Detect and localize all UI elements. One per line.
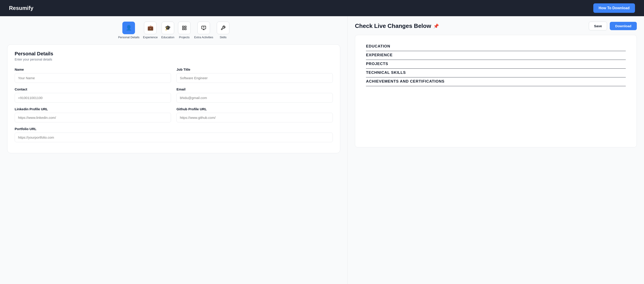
form-row-contact-email: Contact Email bbox=[15, 87, 333, 103]
resume-preview-card: EDUCATION EXPERIENCE PROJECTS TECHNICAL … bbox=[355, 35, 637, 147]
form-card-subtitle: Enter your personal details bbox=[15, 58, 333, 61]
svg-rect-1 bbox=[184, 26, 186, 27]
linkedin-label: Linkedin Profile URL bbox=[15, 107, 171, 111]
tab-projects-label: Projects bbox=[179, 35, 190, 39]
tab-personal-details-label: Personal Details bbox=[118, 35, 140, 39]
contact-input[interactable] bbox=[15, 93, 171, 103]
job-title-input[interactable] bbox=[176, 73, 333, 83]
tab-personal-details-icon: 👤 bbox=[122, 21, 135, 34]
pin-icon: 📌 bbox=[433, 23, 439, 29]
portfolio-label: Portfolio URL bbox=[15, 127, 333, 131]
tab-skills-label: Skills bbox=[220, 35, 226, 39]
main-layout: 👤 Personal Details 💼 Experience 🎓 Educat… bbox=[0, 16, 644, 284]
tab-education[interactable]: 🎓 Education bbox=[161, 21, 174, 39]
resume-section-achievements: ACHIEVEMENTS AND CERTIFICATIONS bbox=[366, 79, 626, 86]
name-input[interactable] bbox=[15, 73, 171, 83]
resume-section-title-technical-skills: TECHNICAL SKILLS bbox=[366, 70, 626, 77]
tab-navigation: 👤 Personal Details 💼 Experience 🎓 Educat… bbox=[7, 21, 340, 39]
header: Resumify How To Download bbox=[0, 0, 644, 16]
tab-skills[interactable]: Skills bbox=[217, 21, 230, 39]
email-input[interactable] bbox=[176, 93, 333, 103]
how-to-download-button[interactable]: How To Download bbox=[593, 3, 635, 13]
resume-section-experience: EXPERIENCE bbox=[366, 53, 626, 60]
resume-section-title-education: EDUCATION bbox=[366, 44, 626, 51]
svg-rect-2 bbox=[182, 28, 184, 30]
form-group-email: Email bbox=[176, 87, 333, 103]
form-group-contact: Contact bbox=[15, 87, 171, 103]
resume-section-title-experience: EXPERIENCE bbox=[366, 53, 626, 60]
name-label: Name bbox=[15, 67, 171, 71]
form-card-title: Personal Details bbox=[15, 51, 333, 57]
form-group-portfolio: Portfolio URL bbox=[15, 127, 333, 142]
personal-details-form-card: Personal Details Enter your personal det… bbox=[7, 44, 340, 153]
github-input[interactable] bbox=[176, 113, 333, 122]
tab-experience[interactable]: 💼 Experience bbox=[143, 21, 158, 39]
resume-section-title-achievements: ACHIEVEMENTS AND CERTIFICATIONS bbox=[366, 79, 626, 86]
form-row-linkedin-github: Linkedin Profile URL Github Profile URL bbox=[15, 107, 333, 122]
tab-extra-activities-icon bbox=[198, 21, 210, 34]
email-label: Email bbox=[176, 87, 333, 91]
tab-projects[interactable]: Projects bbox=[178, 21, 191, 39]
preview-header: Check Live Changes Below 📌 Save Download bbox=[355, 21, 637, 30]
download-button[interactable]: Download bbox=[610, 22, 637, 30]
svg-rect-4 bbox=[202, 26, 206, 29]
form-row-portfolio: Portfolio URL bbox=[15, 127, 333, 142]
tab-extra-activities[interactable]: Extra Activities bbox=[194, 21, 214, 39]
left-panel: 👤 Personal Details 💼 Experience 🎓 Educat… bbox=[0, 16, 348, 284]
tab-experience-label: Experience bbox=[143, 35, 158, 39]
form-group-job-title: Job Title bbox=[176, 67, 333, 83]
preview-title: Check Live Changes Below bbox=[355, 22, 431, 29]
right-panel: Check Live Changes Below 📌 Save Download… bbox=[348, 16, 644, 284]
svg-rect-0 bbox=[182, 26, 184, 27]
resume-section-education: EDUCATION bbox=[366, 44, 626, 51]
tab-education-label: Education bbox=[161, 35, 174, 39]
github-label: Github Profile URL bbox=[176, 107, 333, 111]
resume-section-projects: PROJECTS bbox=[366, 62, 626, 69]
form-group-github: Github Profile URL bbox=[176, 107, 333, 122]
contact-label: Contact bbox=[15, 87, 171, 91]
linkedin-input[interactable] bbox=[15, 113, 171, 122]
tab-skills-icon bbox=[217, 21, 230, 34]
svg-rect-3 bbox=[184, 28, 186, 30]
job-title-label: Job Title bbox=[176, 67, 333, 71]
preview-title-row: Check Live Changes Below 📌 bbox=[355, 22, 439, 29]
portfolio-input[interactable] bbox=[15, 133, 333, 142]
tab-projects-icon bbox=[178, 21, 191, 34]
form-group-name: Name bbox=[15, 67, 171, 83]
app-logo: Resumify bbox=[9, 5, 33, 11]
tab-extra-activities-label: Extra Activities bbox=[194, 35, 214, 39]
tab-personal-details[interactable]: 👤 Personal Details bbox=[118, 21, 140, 39]
form-row-name-jobtitle: Name Job Title bbox=[15, 67, 333, 83]
save-button[interactable]: Save bbox=[589, 21, 607, 30]
tab-education-icon: 🎓 bbox=[162, 21, 174, 34]
resume-section-title-projects: PROJECTS bbox=[366, 62, 626, 69]
tab-experience-icon: 💼 bbox=[144, 21, 156, 34]
resume-section-technical-skills: TECHNICAL SKILLS bbox=[366, 70, 626, 77]
preview-actions: Save Download bbox=[589, 21, 637, 30]
form-group-linkedin: Linkedin Profile URL bbox=[15, 107, 171, 122]
